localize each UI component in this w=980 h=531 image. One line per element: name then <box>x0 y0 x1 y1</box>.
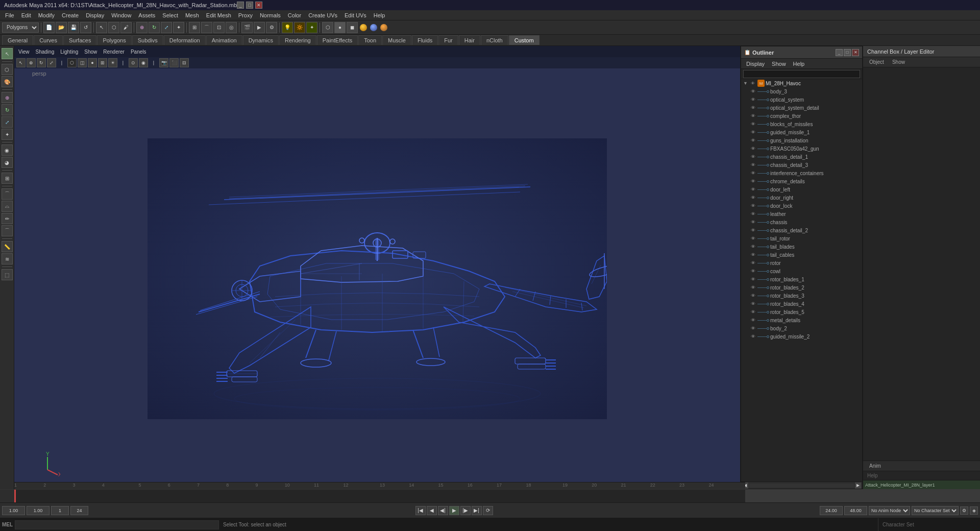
outliner-menu-show[interactable]: Show <box>769 60 789 68</box>
outliner-item-metal-details[interactable]: 👁 ——o metal_details <box>741 316 862 324</box>
viewport-menu-shading[interactable]: Shading <box>34 49 57 55</box>
cb-tab-anim[interactable]: Anim <box>865 462 885 470</box>
vp-camera-btn[interactable]: 📷 <box>159 58 168 67</box>
outliner-maximize-btn[interactable]: □ <box>844 49 851 56</box>
play-forward-button[interactable]: ▶ <box>449 506 459 515</box>
close-button[interactable]: ✕ <box>255 2 262 9</box>
soft-mod-tool[interactable]: ◉ <box>2 144 13 156</box>
frame-min-input[interactable] <box>51 506 69 515</box>
scroll-right-btn[interactable]: ▶ <box>855 482 861 489</box>
sculpt-tool[interactable]: ◕ <box>2 157 13 168</box>
outliner-item-chassis[interactable]: 👁 ——o chassis <box>741 218 862 226</box>
select-tool[interactable]: ↖ <box>2 48 13 59</box>
outliner-close-btn[interactable]: ✕ <box>852 49 859 56</box>
frame-max-input[interactable] <box>70 506 88 515</box>
menu-file[interactable]: File <box>2 11 17 19</box>
loop-button[interactable]: ⟳ <box>483 506 493 515</box>
tab-curves[interactable]: Curves <box>34 35 63 45</box>
tab-surfaces[interactable]: Surfaces <box>63 35 96 45</box>
playback-icon-1[interactable]: ⚙ <box>960 506 968 515</box>
outliner-item-guided-missile-1[interactable]: 👁 ——o guided_missile_1 <box>741 128 862 136</box>
pencil-tool[interactable]: ✏ <box>2 213 13 224</box>
go-end-button[interactable]: ▶| <box>472 506 482 515</box>
rotate-tool-button[interactable]: ↻ <box>149 22 160 33</box>
outliner-item-root[interactable]: ▼ 👁 M MI_28H_Havoc <box>741 79 862 87</box>
menu-edit[interactable]: Edit <box>18 11 34 19</box>
vp-xray-btn[interactable]: ◉ <box>139 58 148 67</box>
go-start-button[interactable]: |◀ <box>415 506 426 515</box>
menu-mesh[interactable]: Mesh <box>182 11 202 19</box>
outliner-item-door-right[interactable]: 👁 ——o door_right <box>741 194 862 202</box>
render-scene-button[interactable]: 🎬 <box>241 22 253 33</box>
outliner-item-rotor-blades-5[interactable]: 👁 ——o rotor_blades_5 <box>741 308 862 316</box>
vp-wire-btn[interactable]: ⬡ <box>67 58 77 67</box>
vp-light-btn[interactable]: ☀ <box>108 58 117 67</box>
outliner-item-chassis-detail-2[interactable]: 👁 ——o chassis_detail_2 <box>741 226 862 234</box>
param-curve-tool[interactable]: ≋ <box>2 253 13 264</box>
step-back-button[interactable]: ◀ <box>427 506 437 515</box>
ipr-render-button[interactable]: ▶ <box>254 22 265 33</box>
select-tool-button[interactable]: ↖ <box>96 22 107 33</box>
vp-shade-btn[interactable]: ● <box>88 58 97 67</box>
menu-assets[interactable]: Assets <box>135 11 158 19</box>
vp-isolate-btn[interactable]: ⊙ <box>129 58 138 67</box>
outliner-item-cowl[interactable]: 👁 ——o cowl <box>741 267 862 275</box>
menu-modify[interactable]: Modify <box>35 11 58 19</box>
outliner-item-chassis-detail-1[interactable]: 👁 ——o chassis_detail_1 <box>741 153 862 161</box>
tab-polygons[interactable]: Polygons <box>97 35 131 45</box>
menu-display[interactable]: Display <box>83 11 107 19</box>
tab-dynamics[interactable]: Dynamics <box>243 35 279 45</box>
maximize-button[interactable]: □ <box>246 2 253 9</box>
outliner-item-rotor[interactable]: 👁 ——o rotor <box>741 259 862 267</box>
tab-animation[interactable]: Animation <box>206 35 242 45</box>
cb-tab-show[interactable]: Show <box>888 58 909 66</box>
outliner-search-input[interactable] <box>743 70 860 78</box>
viewport[interactable]: View Shading Lighting Show Renderer Pane… <box>14 46 740 489</box>
outliner-item-chassis-detail-3[interactable]: 👁 ——o chassis_detail_3 <box>741 161 862 169</box>
vp-move-btn[interactable]: ⊕ <box>27 58 36 67</box>
menu-help[interactable]: Help <box>371 11 388 19</box>
snap-view-button[interactable]: ◎ <box>226 22 237 33</box>
outliner-item-chrome-details[interactable]: 👁 ——o chrome_details <box>741 177 862 185</box>
character-set-select[interactable]: No Character Set <box>912 506 959 515</box>
outliner-menu-display[interactable]: Display <box>743 60 768 68</box>
viewport-menu-lighting[interactable]: Lighting <box>58 49 80 55</box>
minimize-button[interactable]: _ <box>237 2 244 9</box>
outliner-item-body-3[interactable]: 👁 ——o body_3 <box>741 87 862 95</box>
measure-tool[interactable]: 📏 <box>2 241 13 252</box>
outliner-item-optical-system[interactable]: 👁 ——o optical_system <box>741 95 862 104</box>
menu-normals[interactable]: Normals <box>257 11 284 19</box>
paint-select-button[interactable]: 🖌 <box>120 22 132 33</box>
tab-hair[interactable]: Hair <box>459 35 480 45</box>
menu-proxy[interactable]: Proxy <box>235 11 256 19</box>
undo-button[interactable]: ↺ <box>80 22 91 33</box>
outliner-item-fbxasc[interactable]: 👁 ——o FBXASC050a42_gun <box>741 144 862 153</box>
current-frame-input[interactable] <box>2 506 25 515</box>
move-tool-button[interactable]: ⊕ <box>136 22 148 33</box>
menu-create-uvs[interactable]: Create UVs <box>305 11 340 19</box>
menu-create[interactable]: Create <box>59 11 82 19</box>
snap-grid-button[interactable]: ⊞ <box>189 22 200 33</box>
vp-shade-wire-btn[interactable]: ◫ <box>78 58 87 67</box>
outliner-item-optical-system-detail[interactable]: 👁 ——o optical_system_detail <box>741 104 862 112</box>
timeline-scrub[interactable] <box>14 489 745 502</box>
outliner-list[interactable]: ▼ 👁 M MI_28H_Havoc 👁 ——o body_3 👁 ——o op <box>741 79 862 481</box>
arc-tool[interactable]: ⌒ <box>2 225 13 236</box>
channel-box-help-label[interactable]: Help <box>867 473 878 478</box>
save-file-button[interactable]: 💾 <box>68 22 79 33</box>
tab-rendering[interactable]: Rendering <box>279 35 316 45</box>
anim-node-select[interactable]: No Anim Node <box>869 506 910 515</box>
open-file-button[interactable]: 📂 <box>56 22 67 33</box>
outliner-item-tail-blades[interactable]: 👁 ——o tail_blades <box>741 243 862 251</box>
viewport-menu-panels[interactable]: Panels <box>129 49 149 55</box>
outliner-item-guns-installation[interactable]: 👁 ——o guns_installation <box>741 136 862 144</box>
fps-input[interactable] <box>820 506 843 515</box>
outliner-item-rotor-blades-1[interactable]: 👁 ——o rotor_blades_1 <box>741 275 862 283</box>
step-forward-button[interactable]: |▶ <box>460 506 471 515</box>
tab-general[interactable]: General <box>2 35 33 45</box>
outliner-item-blocks-missiles[interactable]: 👁 ——o blocks_of_missiles <box>741 120 862 128</box>
menu-edit-uvs[interactable]: Edit UVs <box>341 11 370 19</box>
tab-custom[interactable]: Custom <box>509 35 540 45</box>
menu-color[interactable]: Color <box>285 11 304 19</box>
outliner-item-complex-thor[interactable]: 👁 ——o complex_thor <box>741 112 862 120</box>
